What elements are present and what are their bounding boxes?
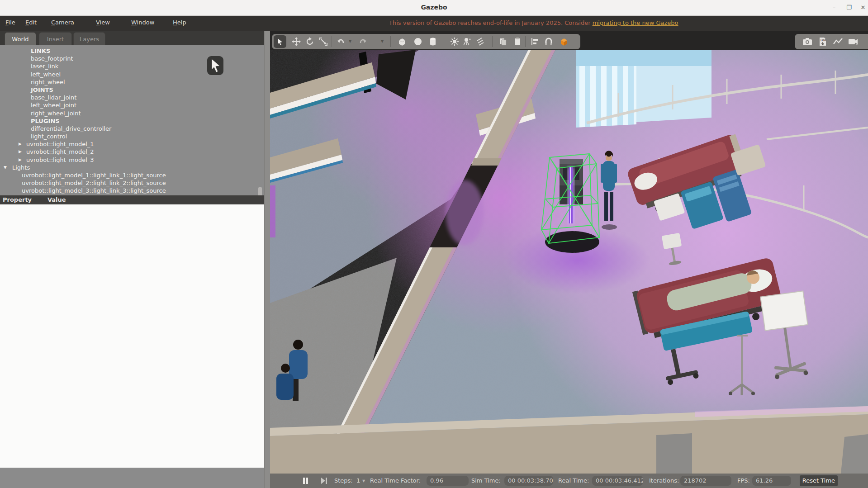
spot-light-icon[interactable] <box>461 35 474 48</box>
step-button[interactable] <box>321 478 328 484</box>
steps-value[interactable]: 1 <box>356 476 360 486</box>
tree-item[interactable]: left_wheel_joint <box>0 101 264 109</box>
select-tool-icon[interactable] <box>274 35 286 48</box>
tree-item[interactable]: uvrobot::light_model_3::light_link_3::li… <box>0 187 264 194</box>
copy-icon[interactable] <box>497 35 509 48</box>
bottom-wall-gap <box>656 433 692 474</box>
box-shape-icon[interactable] <box>396 35 408 48</box>
menu-edit[interactable]: Edit <box>25 19 37 26</box>
property-table-header: Property Value <box>0 195 264 204</box>
curtain-top-band <box>576 50 711 66</box>
point-light-icon[interactable] <box>448 35 461 48</box>
menu-help[interactable]: Help <box>173 19 186 26</box>
redo-history-icon[interactable]: ▼ <box>381 39 384 43</box>
tree-item[interactable]: laser_link <box>0 62 264 70</box>
restore-button[interactable]: ❐ <box>844 3 854 13</box>
translate-tool-icon[interactable] <box>290 35 303 48</box>
cylinder-shape-icon[interactable] <box>427 35 439 48</box>
tree-item[interactable]: base_footprint <box>0 55 264 62</box>
panel-splitter[interactable] <box>264 31 270 488</box>
real-time-field[interactable]: 00 00:03:46.412 <box>592 476 643 486</box>
tree-item[interactable]: ▶uvrobot::light_model_2 <box>0 148 264 156</box>
undo-history-icon[interactable]: ▼ <box>349 39 351 43</box>
align-tool-icon[interactable] <box>529 35 541 48</box>
tree-item[interactable]: PLUGINS <box>0 117 264 125</box>
mouse-cursor <box>207 56 223 75</box>
redo-icon[interactable] <box>357 35 370 48</box>
pause-button[interactable] <box>303 474 309 488</box>
menu-bar: File Edit Camera View Window Help This v… <box>0 16 868 31</box>
rtf-label: Real Time Factor: <box>370 476 421 486</box>
tree-item[interactable]: ▶uvrobot::light_model_3 <box>0 156 264 164</box>
world-panel: World Insert Layers LINKS base_footprint… <box>0 31 264 488</box>
expand-collapsed-icon[interactable]: ▶ <box>19 148 22 156</box>
iterations-label: Iterations: <box>649 476 679 486</box>
rtf-field[interactable]: 0.96 <box>427 476 469 486</box>
close-button[interactable]: ✕ <box>858 3 868 13</box>
menu-window[interactable]: Window <box>131 19 154 26</box>
simulation-status-bar: Steps: 1 ▼ Real Time Factor: 0.96 Sim Ti… <box>270 474 868 488</box>
tree-item[interactable]: uvrobot::light_model_2::light_link_2::li… <box>0 179 264 187</box>
iterations-field[interactable]: 218702 <box>680 476 731 486</box>
tree-item[interactable]: left_wheel <box>0 71 264 78</box>
tab-layers[interactable]: Layers <box>73 32 105 45</box>
snap-tool-icon[interactable] <box>542 35 555 48</box>
sim-time-field[interactable]: 00 00:03:38.702 <box>504 476 553 486</box>
door-lintel <box>471 158 501 166</box>
video-record-icon[interactable] <box>847 35 860 48</box>
plot-icon[interactable] <box>832 35 844 48</box>
tree-item[interactable]: right_wheel <box>0 78 264 86</box>
steps-dropdown-icon[interactable]: ▼ <box>362 479 365 483</box>
paste-icon[interactable] <box>511 35 524 48</box>
tree-item[interactable]: ▶uvrobot::light_model_1 <box>0 140 264 148</box>
expand-expanded-icon[interactable]: ▼ <box>4 164 7 171</box>
edge-purple-bar <box>270 185 275 237</box>
tree-item[interactable]: differential_drive_controller <box>0 125 264 133</box>
minimize-button[interactable]: – <box>829 3 839 13</box>
migration-link[interactable]: migrating to the new Gazebo <box>593 19 678 26</box>
menu-file[interactable]: File <box>5 19 15 26</box>
viewport-toolbar-strip: ▼ ▼ <box>270 31 868 50</box>
panel-footer <box>0 468 264 488</box>
fps-label: FPS: <box>737 476 750 486</box>
eol-banner-text: This version of Gazebo reaches end-of-li… <box>389 19 593 26</box>
menu-camera[interactable]: Camera <box>51 19 74 26</box>
door-glow <box>446 180 484 245</box>
tree-item[interactable]: LINKS <box>0 47 264 55</box>
real-time-label: Real Time: <box>558 476 589 486</box>
tab-world[interactable]: World <box>5 32 36 45</box>
steps-label: Steps: <box>334 476 353 486</box>
capture-toolbar: LOG <box>795 34 868 49</box>
tree-item[interactable]: uvrobot::light_model_1::light_link_1::li… <box>0 171 264 179</box>
expand-collapsed-icon[interactable]: ▶ <box>19 156 22 164</box>
undo-icon[interactable] <box>334 35 347 48</box>
tree-item[interactable]: JOINTS <box>0 86 264 94</box>
expand-collapsed-icon[interactable]: ▶ <box>19 140 22 148</box>
tree-item[interactable]: right_wheel_joint <box>0 109 264 117</box>
window-title: Gazebo <box>0 4 868 11</box>
tree-item[interactable]: light_control <box>0 133 264 140</box>
fps-field[interactable]: 61.26 <box>752 476 791 486</box>
gazebo-window: Gazebo – ❐ ✕ File Edit Camera View Windo… <box>0 0 868 488</box>
corner-floor <box>841 434 868 474</box>
menu-view[interactable]: View <box>96 19 110 26</box>
3d-scene-canvas[interactable] <box>270 50 868 474</box>
property-column: Property <box>3 195 32 204</box>
scale-tool-icon[interactable] <box>317 35 330 48</box>
value-column: Value <box>47 195 66 204</box>
title-bar: Gazebo – ❐ ✕ <box>0 0 868 16</box>
tree-item[interactable]: base_lidar_joint <box>0 94 264 101</box>
viewport-toolbar: ▼ ▼ <box>272 34 580 49</box>
directional-light-icon[interactable] <box>474 35 487 48</box>
property-pane[interactable] <box>0 204 264 468</box>
eol-banner: This version of Gazebo reaches end-of-li… <box>389 19 678 26</box>
view-angle-icon[interactable] <box>558 35 570 48</box>
screenshot-icon[interactable] <box>801 35 814 48</box>
svg-text:LOG: LOG <box>821 39 826 42</box>
log-record-icon[interactable]: LOG <box>816 35 829 48</box>
sphere-shape-icon[interactable] <box>412 35 424 48</box>
reset-time-button[interactable]: Reset Time <box>800 475 838 486</box>
tree-item-lights[interactable]: ▼Lights <box>0 164 264 171</box>
tab-insert[interactable]: Insert <box>39 32 72 45</box>
rotate-tool-icon[interactable] <box>304 35 316 48</box>
